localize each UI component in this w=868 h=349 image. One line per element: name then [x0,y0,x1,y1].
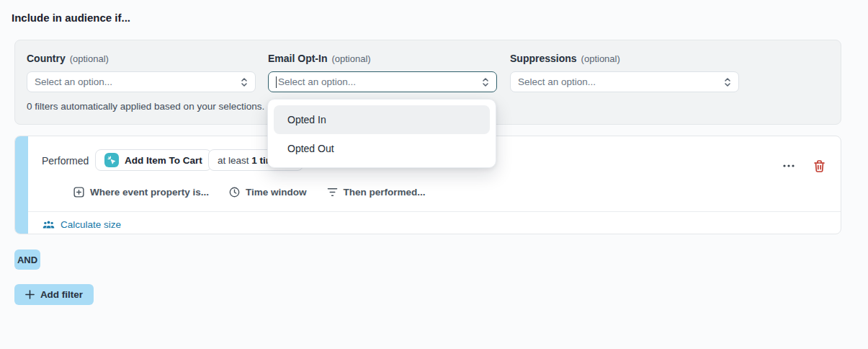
country-label: Country [27,53,66,64]
calculate-size-link[interactable]: Calculate size [42,215,121,234]
delete-filter-button[interactable] [806,155,832,177]
filter-sub-actions: Where event property is... Time window T… [73,184,426,200]
time-window-button[interactable]: Time window [229,187,307,198]
chevron-updown-icon [241,76,248,88]
email-opt-in-field: Email Opt-In(optional) Select an option.… [268,52,497,92]
performed-label: Performed [42,150,89,172]
menu-option-opted-out[interactable]: Opted Out [274,134,490,163]
country-field: Country(optional) Select an option... [27,52,256,92]
email-opt-in-label: Email Opt-In [268,53,327,64]
chevron-updown-icon [724,76,731,88]
filter-icon [327,187,338,197]
suppressions-label: Suppressions [510,53,577,64]
email-opt-in-optional-label: (optional) [331,53,370,64]
suppressions-optional-label: (optional) [581,53,620,64]
people-group-icon [42,220,55,229]
where-event-property-button[interactable]: Where event property is... [73,187,209,198]
email-opt-in-select-placeholder: Select an option... [278,76,476,87]
more-options-button[interactable] [776,155,802,177]
auto-filters-helper-text: 0 filters automatically applied based on… [27,101,264,112]
add-filter-button[interactable]: Add filter [14,284,94,305]
trash-icon [814,160,825,172]
then-performed-label: Then performed... [344,187,426,198]
where-event-property-label: Where event property is... [90,187,209,198]
suppressions-field: Suppressions(optional) Select an option.… [510,52,739,92]
menu-option-opted-in[interactable]: Opted In [274,105,490,134]
text-caret [276,76,277,88]
time-window-label: Time window [246,187,307,198]
ellipsis-icon [783,164,795,167]
email-opt-in-select[interactable]: Select an option... [268,71,497,92]
suppressions-select[interactable]: Select an option... [510,71,739,92]
calculate-size-label: Calculate size [61,219,121,230]
card-divider [28,211,841,212]
plus-icon [25,290,35,299]
then-performed-button[interactable]: Then performed... [327,187,426,198]
suppressions-select-placeholder: Select an option... [518,76,718,87]
page-title: Include in audience if... [12,12,130,24]
add-box-icon [73,187,84,198]
filter-accent-bar [15,136,28,234]
chevron-updown-icon [482,76,489,88]
count-prefix: at least [218,155,251,166]
add-filter-label: Add filter [40,289,83,300]
event-name: Add Item To Cart [125,155,202,166]
event-pill[interactable]: Add Item To Cart [95,149,212,171]
email-opt-in-dropdown-menu: Opted In Opted Out [267,99,496,168]
country-select-placeholder: Select an option... [35,76,235,87]
clock-icon [229,187,240,198]
event-click-icon [104,153,119,167]
country-select[interactable]: Select an option... [27,71,256,92]
and-combinator-badge: AND [14,249,40,270]
country-optional-label: (optional) [70,53,109,64]
